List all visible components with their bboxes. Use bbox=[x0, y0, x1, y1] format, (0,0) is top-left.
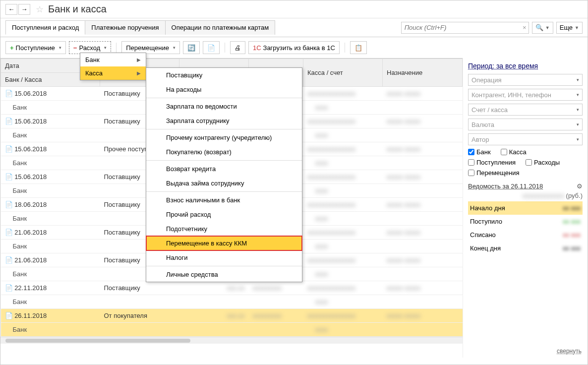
summary-value: xx xxx bbox=[563, 244, 581, 252]
toolbar-separator bbox=[345, 43, 345, 53]
expense-menu-level1: Банк ▶ Касса ▶ bbox=[80, 53, 146, 80]
menu-kassa-label: Касса bbox=[85, 69, 103, 77]
check-kassa[interactable]: Касса bbox=[501, 148, 527, 156]
document-icon: 📄 bbox=[5, 284, 13, 292]
chevron-down-icon: ▾ bbox=[577, 77, 579, 82]
menu-bank[interactable]: Банк ▶ bbox=[80, 53, 146, 66]
load-bank-button[interactable]: 1С Загрузить из банка в 1С bbox=[248, 41, 340, 54]
check-bank[interactable]: Банк bbox=[468, 148, 491, 156]
filter-account[interactable]: Счет / касса▾ bbox=[468, 104, 583, 116]
check-transfer-input[interactable] bbox=[468, 170, 474, 176]
check-income[interactable]: Поступления bbox=[468, 159, 516, 166]
row-date: 21.06.2018 bbox=[14, 229, 47, 236]
row-account2: xxxx bbox=[315, 159, 328, 167]
menu-item[interactable]: Покупателю (возврат) bbox=[146, 145, 302, 159]
search-clear-icon[interactable]: × bbox=[523, 24, 527, 31]
row-bank: Банк bbox=[1, 323, 100, 337]
add-doc-button[interactable]: 📄 bbox=[203, 41, 220, 54]
menu-item[interactable]: Зарплата сотруднику bbox=[146, 114, 302, 128]
gear-icon[interactable]: ⚙ bbox=[577, 182, 583, 190]
col-purpose[interactable]: Назначение bbox=[383, 59, 463, 87]
filter-counterparty[interactable]: Контрагент, ИНН, телефон▾ bbox=[468, 89, 583, 101]
menu-item[interactable]: Поставщику bbox=[146, 68, 302, 82]
filter-operation[interactable]: Операция▾ bbox=[468, 74, 583, 86]
row-bank: Банк bbox=[1, 240, 100, 253]
col-account[interactable]: Касса / счет bbox=[303, 59, 383, 87]
menu-separator bbox=[146, 266, 302, 266]
table-sub-row[interactable]: Банкxxxx bbox=[1, 323, 463, 337]
menu-item[interactable]: Личные средства bbox=[146, 267, 302, 282]
row-bank: Банк bbox=[1, 267, 100, 281]
check-transfer[interactable]: Перемещения bbox=[468, 169, 519, 177]
row-account: xxxxxxxxxxxxxxx bbox=[307, 118, 356, 125]
tab-payment-orders[interactable]: Платежные поручения bbox=[85, 20, 165, 35]
menu-item[interactable]: На расходы bbox=[146, 82, 302, 97]
vedomost-title[interactable]: Ведомость за 26.11.2018 bbox=[468, 182, 543, 190]
check-expense[interactable]: Расходы bbox=[526, 159, 560, 166]
row-account: xxxxxxxxxxxxxxx bbox=[307, 312, 356, 319]
filter-author-label: Автор bbox=[471, 136, 489, 143]
main-tabs: Поступления и расход Платежные поручения… bbox=[5, 20, 275, 35]
search-input[interactable] bbox=[405, 24, 526, 31]
menu-item[interactable]: Подотчетнику bbox=[146, 222, 302, 236]
menu-item[interactable]: Возврат кредита bbox=[146, 162, 302, 176]
menu-separator bbox=[146, 191, 302, 192]
tab-income-expense[interactable]: Поступления и расход bbox=[5, 20, 85, 35]
horizontal-scrollbar[interactable] bbox=[0, 337, 463, 344]
row-purpose: xxxxx xxxxx bbox=[387, 173, 421, 181]
row-account2: xxxx bbox=[315, 243, 328, 250]
table-row[interactable]: 📄 22.11.2018 Поставщику xxx.xx xxxxxxxxx… bbox=[1, 281, 463, 295]
bank-1c-icon: 1С bbox=[253, 44, 261, 52]
row-bank: Банк bbox=[1, 295, 100, 309]
check-bank-input[interactable] bbox=[468, 149, 474, 155]
row-purpose: xxxxx xxxxx bbox=[387, 312, 421, 319]
menu-kassa[interactable]: Касса ▶ bbox=[80, 66, 146, 80]
document-icon: 📄 bbox=[5, 118, 13, 125]
table-row[interactable]: 📄 26.11.2018 От покупателя xxx.xx xxxxxx… bbox=[1, 309, 463, 323]
filter-author[interactable]: Автор▾ bbox=[468, 133, 583, 145]
menu-item[interactable]: Прочий расход bbox=[146, 207, 302, 222]
expense-button-label: Расход bbox=[79, 44, 100, 52]
menu-bank-label: Банк bbox=[85, 56, 100, 63]
menu-item[interactable]: Перемещение в кассу ККМ bbox=[146, 236, 302, 250]
check-kassa-input[interactable] bbox=[501, 149, 507, 155]
scrollbar-thumb[interactable] bbox=[5, 339, 190, 343]
check-income-input[interactable] bbox=[468, 159, 474, 166]
chevron-down-icon: ▼ bbox=[575, 25, 579, 30]
filter-currency[interactable]: Валюта▾ bbox=[468, 119, 583, 130]
period-link[interactable]: Период: за все время bbox=[468, 62, 583, 70]
menu-item[interactable]: Налоги bbox=[146, 250, 302, 265]
summary-label: Конец дня bbox=[470, 244, 501, 252]
print-button[interactable]: 🖨 bbox=[230, 41, 245, 54]
row-account2: xxxx bbox=[315, 326, 328, 333]
tab-card-operations[interactable]: Операции по платежным картам bbox=[165, 20, 276, 35]
more-button[interactable]: Еще ▼ bbox=[556, 22, 583, 34]
row-account: xxxxxxxxxxxxxxx bbox=[307, 256, 356, 264]
income-button-label: Поступление bbox=[16, 44, 55, 52]
nav-back-button[interactable]: ← bbox=[5, 4, 17, 15]
favorite-star-icon[interactable]: ☆ bbox=[34, 4, 45, 15]
search-button[interactable]: 🔍 ▼ bbox=[532, 22, 553, 34]
minus-icon: − bbox=[73, 44, 77, 52]
chevron-down-icon: ▾ bbox=[577, 137, 579, 142]
refresh-button[interactable]: 🔄 bbox=[183, 41, 200, 54]
vedomost-currency: (руб.) bbox=[566, 192, 583, 199]
filter-operation-label: Операция bbox=[471, 76, 502, 84]
table-sub-row[interactable]: Банкxxxx bbox=[1, 295, 463, 309]
income-button[interactable]: + Поступление ▾ bbox=[5, 41, 66, 54]
check-expense-input[interactable] bbox=[526, 159, 532, 166]
menu-item[interactable]: Зарплата по ведомости bbox=[146, 99, 302, 114]
filter-sidebar: Период: за все время Операция▾ Контраген… bbox=[463, 58, 588, 358]
row-account2: xxxx bbox=[315, 131, 328, 139]
row-account2: xxxx bbox=[315, 270, 328, 278]
check-kassa-label: Касса bbox=[509, 148, 527, 156]
menu-item[interactable]: Выдача займа сотруднику bbox=[146, 176, 302, 190]
refresh-icon: 🔄 bbox=[187, 44, 195, 52]
export-button[interactable]: 📋 bbox=[350, 41, 367, 54]
menu-item[interactable]: Прочему контрагенту (учредителю) bbox=[146, 130, 302, 145]
menu-item[interactable]: Взнос наличными в банк bbox=[146, 193, 302, 207]
summary-row: Начало дняxx xxx bbox=[468, 201, 583, 215]
nav-forward-button[interactable]: → bbox=[18, 4, 30, 15]
chevron-down-icon: ▾ bbox=[104, 45, 107, 50]
collapse-link[interactable]: свернуть bbox=[557, 348, 582, 355]
